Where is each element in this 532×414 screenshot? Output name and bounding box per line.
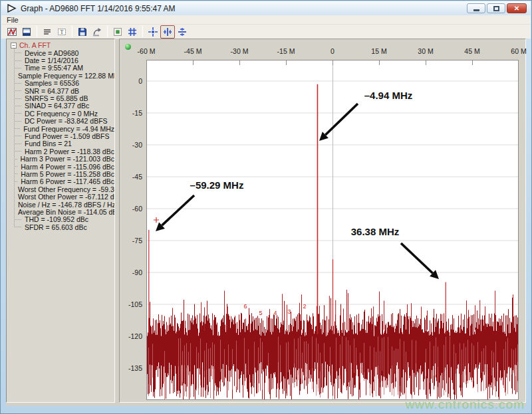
y-tick-label: -75 [122,237,142,245]
tree-item-label: Date = 1/14/2016 [25,56,78,64]
play-triangle-icon [7,4,17,13]
window-title: Graph - AD9680 FFT 1/14/2016 9:55:47 AM [21,4,176,13]
vertical-cursor-button[interactable] [160,25,175,39]
tree-item[interactable]: DC Frequency = 0 MHz [11,110,114,117]
tree-item[interactable]: Samples = 65536 [11,80,114,87]
marker-toggle-icon [112,27,123,37]
tree-item[interactable]: Fund Power = -1.509 dBFS [11,132,114,140]
tree-item[interactable]: Noise / Hz = -146.78 dBFS / Hz [11,201,114,208]
grid-toggle-icon [127,27,138,37]
tree-item[interactable]: Harm 2 Power = -118.38 dBc [11,148,114,155]
tree-item-label: DC Power = -83.842 dBFS [25,117,108,125]
tree-item-label: Harm 2 Power = -118.38 dBc [25,148,114,155]
tree-item-label: Fund Bins = 21 [25,140,72,148]
client-area: − Ch. A FFT Device = AD9680Date = 1/14/2… [6,39,526,406]
tree-item-label: Noise / Hz = -146.78 dBFS / Hz [18,201,115,209]
tree-item[interactable]: Harm 3 Power = -121.003 dBc [11,155,114,162]
tree-item-label: Average Bin Noise = -114.05 dBFS [18,208,115,216]
menu-file[interactable]: File [1,16,24,24]
tree-item[interactable]: Harm 6 Power = -117.465 dBc [11,178,114,185]
center-cursor-button[interactable] [146,25,160,39]
x-tick-label: 30 M [412,47,439,55]
window-layout-button[interactable] [19,25,34,39]
svg-text:–4.94 MHz: –4.94 MHz [364,90,413,101]
tree-item-label: SNRFS = 65.885 dB [25,94,88,102]
tree-item-label: Harm 3 Power = -121.003 dBc [20,155,114,163]
minimize-button[interactable] [467,3,485,13]
horizontal-cursor-button[interactable] [175,25,190,39]
collapse-icon[interactable]: − [11,43,17,49]
toolbar: T [1,25,531,39]
x-tick-label: 0 [319,47,346,55]
center-cursor-icon [148,27,158,37]
tree-item[interactable]: Date = 1/14/2016 [11,56,114,64]
window-titlebar[interactable]: Graph - AD9680 FFT 1/14/2016 9:55:47 AM … [1,1,531,15]
tree-item-label: Worst Other Frequency = -59.38 MHz [18,185,115,193]
y-tick-label: -45 [122,173,142,181]
x-tick-label: -60 M [133,47,160,55]
window-controls: ✕ [467,3,527,13]
legend-lines-icon [42,27,53,37]
tree-item[interactable]: Fund Bins = 21 [11,140,114,148]
watermark: www.cntronics.com [405,397,525,412]
svg-text:–59.29 MHz: –59.29 MHz [190,179,244,191]
y-tick-label: -30 [122,141,142,149]
maximize-button[interactable] [487,3,505,13]
tree-connector-line [14,49,15,228]
plot-red-button[interactable] [5,25,19,39]
tree-root-row[interactable]: − Ch. A FFT [11,41,114,49]
x-tick-label: -15 M [273,47,299,55]
tree-item[interactable]: Worst Other Power = -67.112 dBFS [11,193,114,200]
y-tick-label: -120 [122,332,142,340]
x-tick-label: -30 M [226,47,253,55]
marker-toggle-button[interactable] [110,25,125,39]
tree-item[interactable]: Harm 4 Power = -115.096 dBc [11,163,114,170]
tree-item[interactable]: Time = 9:55:47 AM [11,64,114,72]
svg-text:36.38 MHz: 36.38 MHz [351,226,400,237]
tree-item-label: Device = AD9680 [25,49,78,57]
horizontal-cursor-icon [177,27,188,37]
svg-text:3: 3 [287,308,291,315]
tree-item-label: SINAD = 64.377 dBc [25,102,89,110]
status-led-icon [125,44,131,50]
fft-results-tree-panel[interactable]: − Ch. A FFT Device = AD9680Date = 1/14/2… [6,39,115,403]
tree-item[interactable]: Sample Frequency = 122.88 MHz [11,72,114,79]
export-button[interactable] [90,25,104,39]
tree-item[interactable]: Device = AD9680 [11,49,114,56]
fft-plot-area[interactable]: 23456–59.29 MHz–4.94 MHz36.38 MHz [146,60,519,400]
legend-lines-button[interactable] [40,25,55,39]
tree-item[interactable]: SNRFS = 65.885 dB [11,94,114,102]
tree-item[interactable]: Worst Other Frequency = -59.38 MHz [11,185,114,193]
tree-item[interactable]: Average Bin Noise = -114.05 dBFS [11,208,114,215]
tree-item[interactable]: THD = -109.952 dBc [11,216,114,223]
svg-text:T: T [61,29,64,35]
tree-item[interactable]: SINAD = 64.377 dBc [11,102,114,110]
tree-item[interactable]: SFDR = 65.603 dBc [11,223,114,231]
window-layout-icon [21,27,32,37]
grid-toggle-button[interactable] [125,25,140,39]
close-button[interactable]: ✕ [507,3,527,13]
tree-item[interactable]: DC Power = -83.842 dBFS [11,118,114,125]
text-label-icon: T [57,27,67,37]
tree-item-label: Time = 9:55:47 AM [25,64,83,72]
y-tick-label: -15 [122,109,142,117]
text-label-button[interactable]: T [55,25,69,39]
tree-item[interactable]: Harm 5 Power = -115.258 dBc [11,170,114,177]
toolbar-separator [37,26,37,37]
svg-text:6: 6 [243,303,247,310]
save-button[interactable] [75,25,90,39]
x-tick-label: 15 M [366,47,392,55]
tree-item-label: Samples = 65536 [25,79,79,87]
toolbar-separator [72,26,72,37]
tree-root-label: Ch. A FFT [19,41,51,49]
tree-item[interactable]: Fund Frequency = -4.94 MHz [11,125,114,132]
y-tick-label: -90 [122,268,142,276]
tree-item[interactable]: SNR = 64.377 dB [11,87,114,94]
tree-item-label: Harm 6 Power = -117.465 dBc [21,177,114,185]
svg-text:4: 4 [273,310,277,316]
tree-item-label: DC Frequency = 0 MHz [25,110,98,118]
save-icon [77,27,88,37]
y-tick-label: -135 [122,364,142,372]
y-tick-label: -105 [122,300,142,308]
tree-item-label: SNR = 64.377 dB [25,87,79,95]
